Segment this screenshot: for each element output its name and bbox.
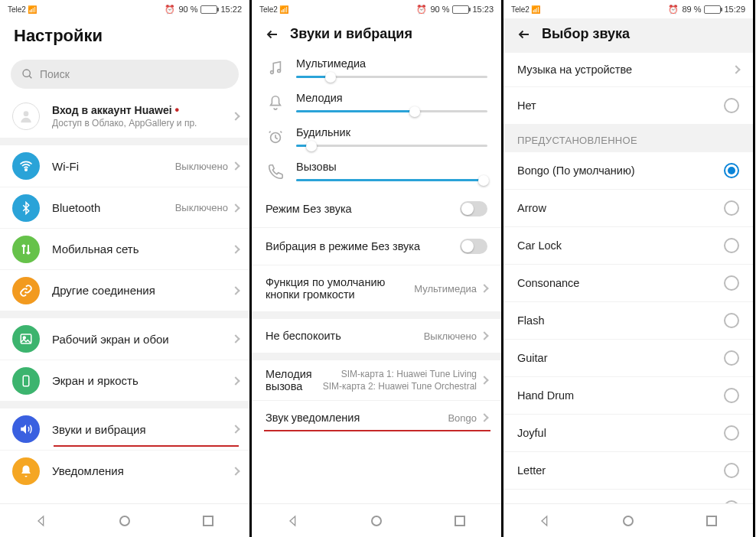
setting-label: Звук уведомления [266,412,448,424]
radio-button[interactable] [724,163,739,178]
slider-track[interactable] [296,110,487,112]
radio-button[interactable] [724,350,739,366]
clock-time: 15:29 [724,5,745,14]
account-title: Вход в аккаунт Huawei • [52,104,233,116]
page-title: Выбор звука [542,26,630,42]
radio-button[interactable] [724,200,739,216]
slider-calls[interactable]: Вызовы [252,156,501,190]
slider-ringtone[interactable]: Мелодия [252,87,501,122]
account-sub: Доступ в Облако, AppGallery и пр. [52,118,233,129]
radio-button[interactable] [724,238,739,253]
back-button[interactable] [517,28,531,41]
svg-point-7 [120,516,129,526]
nav-back-icon[interactable] [286,514,300,528]
row-device-music[interactable]: Музыка на устройстве [503,53,753,86]
signal-icon: 📶 [279,5,288,14]
option-label: Arrow [517,202,724,214]
slider-multimedia[interactable]: Мультимедиа [252,53,501,87]
svg-rect-6 [23,376,29,386]
toggle-switch[interactable] [460,239,487,254]
row-volume-button-default[interactable]: Функция по умолчанию кнопки громкости Му… [252,265,501,311]
slider-label: Мелодия [296,92,487,104]
nav-bar [252,503,501,537]
row-value: Выключено [175,161,228,172]
row-vibrate-silent[interactable]: Вибрация в режиме Без звука [252,227,501,265]
radio-button[interactable] [724,463,739,478]
slider-track[interactable] [296,76,487,78]
alarm-icon: ⏰ [416,5,427,15]
setting-value: Bongo [448,412,477,424]
row-sounds-vibration[interactable]: Звуки и вибрация [0,408,249,450]
ringtone-values: SIM-карта 1: Huawei Tune Living SIM-карт… [323,368,477,392]
sound-option[interactable]: Flash [503,301,753,339]
sound-option[interactable]: Joyful [503,414,753,451]
nav-home-icon[interactable] [118,514,132,528]
page-header: Выбор звука [503,18,753,53]
option-label: Bongo (По умолчанию) [517,164,724,177]
page-title: Звуки и вибрация [290,26,412,42]
svg-rect-15 [707,516,716,526]
row-more-connections[interactable]: Другие соединения [0,269,249,311]
sound-option[interactable]: Hand Drum [503,376,753,414]
sound-option[interactable]: Consonance [503,264,753,301]
row-bluetooth[interactable]: Bluetooth Выключено [0,187,249,228]
carrier-label: Tele2 [259,5,278,14]
option-label: Hand Drum [517,389,724,402]
nav-recent-icon[interactable] [705,514,719,528]
nav-home-icon[interactable] [370,514,383,528]
svg-point-5 [23,337,25,339]
row-silent-mode[interactable]: Режим Без звука [252,190,501,227]
row-dnd[interactable]: Не беспокоить Выключено [252,319,501,353]
radio-button[interactable] [724,500,739,503]
chevron-right-icon [231,161,240,170]
radio-button[interactable] [724,98,739,113]
sound-option[interactable]: Arrow [503,189,753,226]
search-input[interactable]: Поиск [11,60,239,89]
status-bar: Tele2 📶 ⏰ 90 % 15:22 [0,0,249,18]
sound-option[interactable]: Bongo (По умолчанию) [503,152,753,189]
nav-home-icon[interactable] [621,514,635,528]
sound-option[interactable]: Car Lock [503,226,753,264]
radio-button[interactable] [724,425,739,441]
row-label: Другие соединения [52,284,233,297]
nav-back-icon[interactable] [34,514,48,528]
radio-button[interactable] [724,313,739,328]
chevron-right-icon [480,284,488,292]
nav-back-icon[interactable] [538,514,552,528]
battery-pct: 90 % [178,5,197,14]
radio-button[interactable] [724,388,739,403]
nav-recent-icon[interactable] [453,514,467,528]
svg-point-12 [372,516,381,526]
radio-button[interactable] [724,275,739,291]
back-button[interactable] [266,28,279,41]
slider-label: Будильник [296,126,487,138]
row-home-wallpaper[interactable]: Рабочий экран и обои [0,318,249,360]
row-notification-sound[interactable]: Звук уведомления Bongo [252,400,501,434]
alert-dot-icon: • [174,103,179,116]
toggle-switch[interactable] [460,201,487,216]
row-label: Экран и яркость [52,374,233,387]
sound-option[interactable]: Letter [503,451,753,489]
image-icon [12,325,40,353]
row-display-brightness[interactable]: Экран и яркость [0,360,249,401]
row-mobile-network[interactable]: Мобильная сеть [0,228,249,269]
slider-alarm[interactable]: Будильник [252,122,501,156]
sound-option[interactable]: Guitar [503,339,753,376]
bell-outline-icon [266,94,285,111]
slider-track[interactable] [296,179,487,181]
row-wifi[interactable]: Wi-Fi Выключено [0,145,249,187]
chevron-right-icon [480,376,488,385]
row-none[interactable]: Нет [503,86,753,124]
option-label: Letter [517,464,724,477]
huawei-account-row[interactable]: Вход в аккаунт Huawei • Доступ в Облако,… [0,96,249,138]
row-notifications[interactable]: Уведомления [0,450,249,491]
setting-value: Мультимедиа [414,283,477,295]
alarm-outline-icon [266,129,285,145]
nav-recent-icon[interactable] [201,514,215,528]
chevron-right-icon [732,65,740,73]
sound-option[interactable]: Mushroom [503,489,753,503]
chevron-right-icon [231,112,240,120]
row-ringtone[interactable]: Мелодия вызова SIM-карта 1: Huawei Tune … [252,360,501,400]
svg-rect-8 [204,516,213,526]
slider-track[interactable] [296,145,487,147]
